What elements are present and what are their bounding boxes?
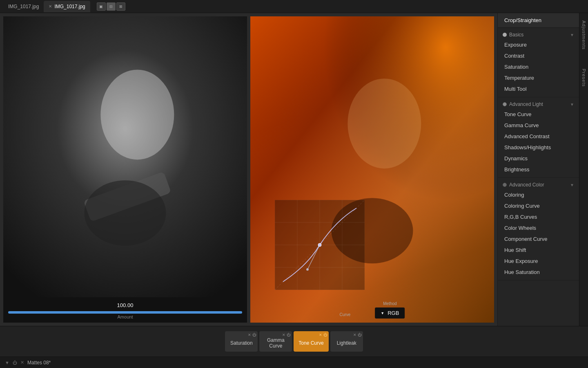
gamma-curve-chip[interactable]: ✕ ⏻ Gamma Curve xyxy=(259,331,292,352)
tab-bar: IMG_1017.jpg ✕ IMG_1017.jpg ▣ ⊟ ⊠ xyxy=(0,0,588,13)
saturation-chip[interactable]: ✕ ⏻ Saturation xyxy=(225,331,258,352)
gamma-power-icon[interactable]: ⏻ xyxy=(287,333,290,337)
panel-item-component-curve[interactable]: Component Curve xyxy=(498,233,579,245)
view-split-icon[interactable]: ⊟ xyxy=(107,2,116,11)
inactive-tab-label: IMG_1017.jpg xyxy=(8,4,39,9)
advanced-color-dot xyxy=(503,183,507,187)
svg-point-3 xyxy=(85,180,166,246)
panel-item-exposure[interactable]: Exposure xyxy=(498,39,579,50)
tone-close-icon[interactable]: ✕ xyxy=(319,333,322,337)
panel-item-saturation[interactable]: Saturation xyxy=(498,61,579,72)
saturation-chip-label: Saturation xyxy=(230,340,253,346)
basics-chevron-icon: ▼ xyxy=(570,33,574,37)
preset-name: Mattes 08* xyxy=(27,360,51,366)
right-image-container[interactable]: Curve Method ▼ RGB xyxy=(250,16,494,323)
presets-tab[interactable]: Presets xyxy=(581,65,586,90)
saturation-close-icon[interactable]: ✕ xyxy=(248,333,251,337)
curve-method: Curve xyxy=(340,312,351,319)
images-row: 100.00 Amount xyxy=(0,13,497,326)
panel-item-dynamics[interactable]: Dynamics xyxy=(498,153,579,164)
close-icon[interactable]: ✕ xyxy=(49,4,52,9)
right-panel-container: Crop/Straighten Basics ▼ Exposure Contra… xyxy=(497,13,588,326)
tone-power-icon[interactable]: ⏻ xyxy=(323,333,327,337)
panel-item-shadows-highlights[interactable]: Shadows/Highlights xyxy=(498,142,579,153)
basics-section: Basics ▼ Exposure Contrast Saturation Te… xyxy=(498,28,579,97)
advanced-light-dot xyxy=(503,102,507,106)
panel-item-coloring-curve[interactable]: Coloring Curve xyxy=(498,200,579,211)
panel-item-multitool[interactable]: Multi Tool xyxy=(498,83,579,94)
panel-item-brightness[interactable]: Brightness xyxy=(498,164,579,175)
bw-photo xyxy=(3,16,247,297)
basics-label: Basics xyxy=(509,32,523,38)
advanced-color-section: Advanced Color ▼ Coloring Coloring Curve… xyxy=(498,178,579,280)
panel-item-hue-exposure[interactable]: Hue Exposure xyxy=(498,256,579,267)
svg-point-18 xyxy=(306,268,309,271)
lightleak-chip-header: ✕ ⏻ xyxy=(353,333,361,337)
method-label-text: Method xyxy=(383,301,396,306)
main-content: 100.00 Amount xyxy=(0,13,588,326)
basics-header: Basics ▼ xyxy=(498,30,579,39)
tone-curve-chip-header: ✕ ⏻ xyxy=(319,333,327,337)
crop-straighten-button[interactable]: Crop/Straighten xyxy=(498,13,579,28)
method-method: Method ▼ RGB xyxy=(375,301,405,319)
left-image-panel: 100.00 Amount xyxy=(3,16,247,323)
panel-item-hue-shift[interactable]: Hue Shift xyxy=(498,245,579,256)
method-value: RGB xyxy=(388,310,399,316)
method-dropdown[interactable]: ▼ RGB xyxy=(375,307,405,319)
curve-overlay xyxy=(275,200,365,290)
status-menu-icon[interactable]: ▼ xyxy=(5,360,9,365)
lightleak-close-icon[interactable]: ✕ xyxy=(353,333,356,337)
panel-item-temperature[interactable]: Temperature xyxy=(498,72,579,83)
svg-point-6 xyxy=(347,79,421,168)
status-power-icon[interactable]: ⏻ xyxy=(13,360,17,365)
right-strip: Adjustments Presets xyxy=(579,13,588,326)
panel-item-tone-curve[interactable]: Tone Curve xyxy=(498,109,579,120)
panel-item-gamma-curve[interactable]: Gamma Curve xyxy=(498,120,579,131)
panel-item-hue-saturation[interactable]: Hue Saturation xyxy=(498,267,579,278)
saturation-chip-header: ✕ ⏻ xyxy=(248,333,256,337)
panel-item-contrast[interactable]: Contrast xyxy=(498,50,579,61)
advanced-color-header: Advanced Color ▼ xyxy=(498,180,579,189)
advanced-color-chevron-icon: ▼ xyxy=(570,183,574,187)
advanced-light-header: Advanced Light ▼ xyxy=(498,100,579,109)
basics-dot xyxy=(503,33,507,37)
bw-overlay-svg xyxy=(3,16,247,297)
right-image-panel: Curve Method ▼ RGB xyxy=(250,16,494,323)
advanced-color-label: Advanced Color xyxy=(509,182,544,188)
left-image-container[interactable] xyxy=(3,16,247,297)
view-single-icon[interactable]: ▣ xyxy=(97,2,106,11)
slider-label: Amount xyxy=(118,314,133,319)
center-area: 100.00 Amount xyxy=(0,13,497,326)
slider-track[interactable] xyxy=(8,311,242,314)
tone-curve-chip-label: Tone Curve xyxy=(298,340,323,346)
active-tab-label: IMG_1017.jpg xyxy=(54,4,85,9)
method-bar-container: Curve Method ▼ RGB xyxy=(340,301,405,319)
dropdown-arrow-icon: ▼ xyxy=(381,311,384,315)
adjustments-tab[interactable]: Adjustments xyxy=(581,17,586,53)
gamma-curve-chip-header: ✕ ⏻ xyxy=(282,333,290,337)
curve-label: Curve xyxy=(340,312,351,317)
lightleak-chip[interactable]: ✕ ⏻ Lightleak xyxy=(330,331,363,352)
slider-value: 100.00 xyxy=(8,301,242,310)
left-slider-panel: 100.00 Amount xyxy=(3,297,247,323)
view-compare-icon[interactable]: ⊠ xyxy=(116,2,125,11)
active-tab[interactable]: ✕ IMG_1017.jpg xyxy=(44,1,90,12)
saturation-power-icon[interactable]: ⏻ xyxy=(252,333,256,337)
advanced-light-section: Advanced Light ▼ Tone Curve Gamma Curve … xyxy=(498,97,579,178)
panel-item-rgb-curves[interactable]: R,G,B Curves xyxy=(498,211,579,222)
status-bar: ▼ ⏻ ✕ Mattes 08* xyxy=(0,357,588,368)
status-close-icon[interactable]: ✕ xyxy=(20,360,24,365)
bottom-toolbar: ✕ ⏻ Saturation ✕ ⏻ Gamma Curve ✕ ⏻ Tone … xyxy=(0,326,588,357)
inactive-tab[interactable]: IMG_1017.jpg xyxy=(3,1,44,12)
lightleak-chip-label: Lightleak xyxy=(337,340,356,346)
view-icons: ▣ ⊟ ⊠ xyxy=(97,2,125,11)
gamma-curve-chip-label: Gamma Curve xyxy=(267,337,285,349)
gamma-close-icon[interactable]: ✕ xyxy=(282,333,285,337)
tone-curve-chip[interactable]: ✕ ⏻ Tone Curve xyxy=(294,331,328,352)
panel-item-advanced-contrast[interactable]: Advanced Contrast xyxy=(498,131,579,142)
panel-item-color-wheels[interactable]: Color Wheels xyxy=(498,222,579,233)
panel-item-coloring[interactable]: Coloring xyxy=(498,189,579,200)
svg-point-1 xyxy=(100,70,174,159)
advanced-light-label: Advanced Light xyxy=(509,101,543,107)
lightleak-power-icon[interactable]: ⏻ xyxy=(358,333,361,337)
